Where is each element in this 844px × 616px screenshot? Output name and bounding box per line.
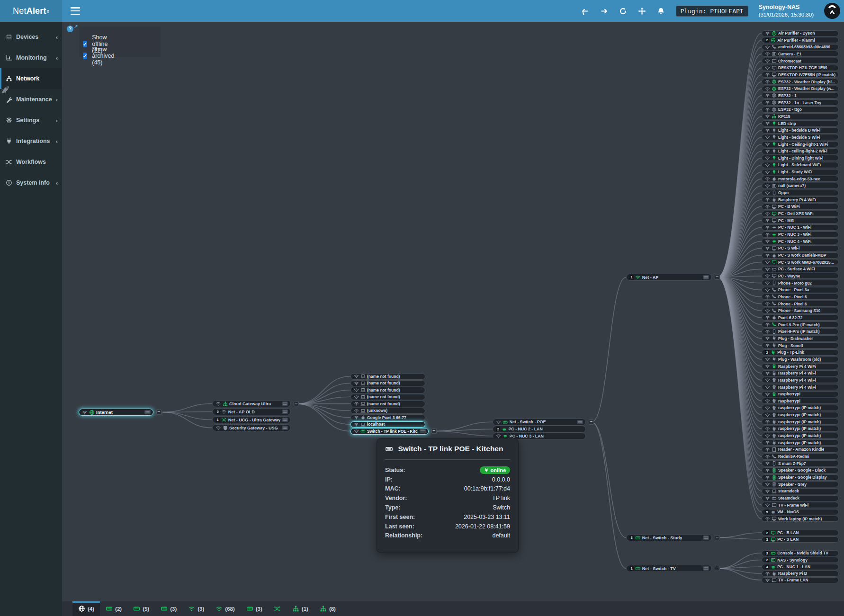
collapse-button[interactable]: −	[294, 401, 299, 406]
drag-handle[interactable]	[420, 429, 426, 433]
device-node[interactable]: Air Purifier - Dyson	[762, 30, 839, 36]
collapse-button[interactable]: −	[156, 410, 162, 415]
device-node[interactable]: (name not found)	[350, 387, 425, 393]
device-node[interactable]: Light - Study WiFi	[762, 169, 839, 175]
drag-handle[interactable]	[282, 402, 288, 406]
device-node[interactable]: Chromecast	[762, 58, 839, 64]
device-node[interactable]: Redmi5A-Redmi	[762, 454, 839, 460]
sidebar-item-system-info[interactable]: System info‹	[0, 172, 62, 193]
device-node[interactable]: raspberrypi	[762, 398, 839, 404]
device-node[interactable]: raspberrypi (IP match)	[762, 412, 839, 418]
device-node[interactable]: PC - NUC 3 - WiFi	[762, 232, 839, 238]
device-node[interactable]: Phone - Pixel 6	[762, 294, 839, 300]
device-node[interactable]: PC - S work MMD-67082015...	[762, 259, 839, 265]
device-node[interactable]: 3Console - Nvidia Shield TV	[762, 550, 839, 556]
device-node[interactable]: Phone - Pixel 3a	[762, 287, 839, 293]
subnet-tab-8-sitemap[interactable]: (1)	[287, 601, 314, 616]
device-node[interactable]: Light - bedside S WiFi	[762, 134, 839, 140]
device-node[interactable]: Plug - Sonoff	[762, 342, 839, 348]
device-node[interactable]: Net - Switch - POE	[493, 419, 586, 426]
device-node[interactable]: Pixel-9-Pro (IP match)	[762, 329, 839, 335]
device-node[interactable]: (name not found)	[350, 394, 425, 401]
device-node[interactable]: Phone - Samsung S10	[762, 308, 839, 314]
device-node[interactable]: 2Air Purifier - Xiaomi	[762, 37, 839, 43]
device-node[interactable]: 2PC - NUC 2 - LAN	[493, 426, 586, 433]
node-internet[interactable]: Internet	[79, 409, 153, 416]
device-node[interactable]: PC - S WiFi	[762, 245, 839, 251]
drag-handle[interactable]	[282, 426, 288, 430]
device-node[interactable]: Google Pixel 3 66:77	[350, 414, 425, 421]
device-node[interactable]: Oppo	[762, 190, 839, 196]
device-node[interactable]: Plug - Washroom (old)	[762, 356, 839, 362]
device-node[interactable]: Raspberry Pi 4 WiFi	[762, 384, 839, 390]
node-net-switch-study[interactable]: 3Net - Switch - Study	[626, 534, 712, 541]
device-node[interactable]: raspberrypi (IP match)	[762, 439, 839, 446]
device-node[interactable]: Raspberry Pi 4 WiFi	[762, 377, 839, 383]
subnet-tab-5-wifi[interactable]: (68)	[210, 601, 240, 616]
sidebar-item-monitoring[interactable]: Monitoring‹	[0, 47, 62, 68]
device-node[interactable]: PC - S work Daniels-MBP	[762, 252, 839, 259]
device-node[interactable]: raspberrypi (IP match)	[762, 405, 839, 411]
device-node[interactable]: TV - Frame LAN	[762, 577, 839, 583]
subnet-tab-7-shuffle[interactable]	[268, 601, 287, 616]
device-node[interactable]: KP115	[762, 113, 839, 119]
refresh-icon[interactable]	[619, 7, 628, 15]
collapse-button[interactable]: −	[715, 275, 720, 280]
device-node[interactable]: 3PC - S LAN	[762, 536, 839, 543]
sidebar-item-settings[interactable]: Settings‹	[0, 110, 62, 131]
node-net-switch-tv[interactable]: 1Net - Switch - TV	[626, 565, 712, 572]
device-node[interactable]: DESKTOP-H71L7GE 1E99	[762, 65, 839, 71]
device-node[interactable]: PC - Wayne	[762, 273, 839, 279]
sidebar-item-integrations[interactable]: Integrations‹	[0, 131, 62, 152]
device-node[interactable]: LED strip	[762, 120, 839, 126]
collapse-button[interactable]: −	[431, 429, 437, 434]
device-node[interactable]: Raspberry Pi 4 WiFi	[762, 196, 839, 203]
device-node[interactable]: PC - B WiFi	[762, 204, 839, 210]
device-node[interactable]: Switch - TP link POE - Kitchen	[350, 428, 429, 435]
device-node[interactable]: raspberrypi (IP match)	[762, 433, 839, 439]
notifications-icon[interactable]	[657, 7, 665, 15]
drag-handle[interactable]	[703, 275, 709, 279]
sidebar-item-workflows[interactable]: Workflows	[0, 152, 62, 172]
device-node[interactable]: Pixel-6 82:72	[762, 314, 839, 321]
device-node[interactable]: 1Net - UCG - Ultra Gateway	[212, 416, 291, 423]
device-node[interactable]: localhost	[350, 421, 425, 428]
device-node[interactable]: (name not found)	[350, 401, 425, 407]
device-node[interactable]: Speaker - Grey	[762, 481, 839, 487]
device-node[interactable]: ESP32 - Weather Display (w...	[762, 86, 839, 92]
user-avatar[interactable]	[824, 3, 840, 19]
device-node[interactable]: 5VM - NixOS	[762, 509, 839, 515]
device-node[interactable]: Plug - Dishwasher	[762, 335, 839, 341]
collapse-button[interactable]: −	[589, 420, 594, 425]
device-node[interactable]: raspberrypi (IP match)	[762, 426, 839, 432]
app-logo[interactable]: NetAlertx	[0, 0, 62, 22]
device-node[interactable]: Security Gateway - USG	[212, 424, 291, 431]
pan-icon[interactable]	[638, 7, 646, 15]
device-node[interactable]: Raspberry Pi B	[762, 571, 839, 577]
device-node[interactable]: motorola-edge-50-neo	[762, 176, 839, 182]
device-node[interactable]: Speaker - Google - Black	[762, 467, 839, 473]
device-node[interactable]: Reader - Amazon Kindle	[762, 446, 839, 453]
device-node[interactable]: PC - NUC 1 - WiFi	[762, 224, 839, 231]
back-arrow-icon[interactable]	[581, 7, 590, 15]
drag-handle[interactable]	[144, 410, 151, 414]
sidebar-item-devices[interactable]: Devices‹	[0, 27, 62, 47]
drag-handle[interactable]	[577, 420, 583, 424]
device-node[interactable]: Cloud Gateway Ultra	[212, 400, 291, 407]
subnet-tab-4-wifi[interactable]: (3)	[182, 601, 210, 616]
device-node[interactable]: Raspberry Pi 4 WiFi	[762, 363, 839, 369]
drag-handle[interactable]	[282, 418, 288, 422]
device-node[interactable]: Steamdeck	[762, 495, 839, 501]
device-node[interactable]: Work laptop (IP match)	[762, 516, 839, 522]
device-node[interactable]: Light - ceiling-light-2 WiFi	[762, 148, 839, 154]
device-node[interactable]: (name not found)	[350, 373, 425, 380]
device-node[interactable]: 2NAS - Synology	[762, 557, 839, 563]
subnet-tab-9-sitemap[interactable]: (8)	[314, 601, 341, 616]
device-node[interactable]: ESP32 - Weather Display (bl...	[762, 79, 839, 85]
device-node[interactable]: TV - Frame WiFi	[762, 502, 839, 508]
device-node[interactable]: Light - Dining light WiFi	[762, 155, 839, 161]
node-net-ap[interactable]: 1Net - AP	[626, 274, 712, 281]
device-node[interactable]: 2PC - B LAN	[762, 530, 839, 536]
device-node[interactable]: Light - Sideboard WiFi	[762, 162, 839, 168]
device-node[interactable]: Light - Ceiling-light-1 WiFi	[762, 141, 839, 147]
